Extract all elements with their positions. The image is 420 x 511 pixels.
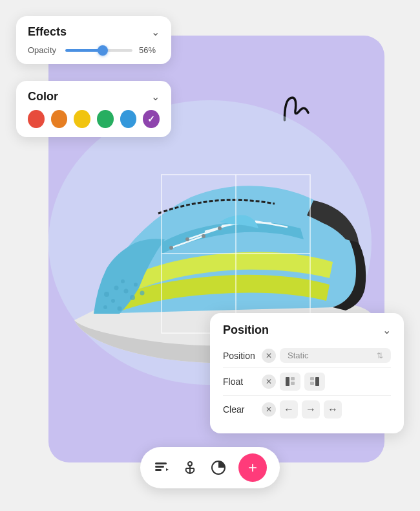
color-panel-header: Color ⌄ xyxy=(28,90,160,103)
effects-panel: Effects ⌄ Opacity 56% xyxy=(16,16,171,64)
opacity-row: Opacity 56% xyxy=(28,45,160,55)
opacity-value: 56% xyxy=(139,45,160,55)
clear-clear-btn[interactable]: ✕ xyxy=(262,402,276,417)
svg-rect-24 xyxy=(286,377,289,386)
add-toolbar-btn[interactable]: + xyxy=(238,453,267,482)
svg-rect-27 xyxy=(315,377,319,386)
svg-rect-32 xyxy=(155,469,162,471)
clear-left-btn[interactable]: ← xyxy=(280,400,298,419)
opacity-label: Opacity xyxy=(28,45,59,55)
svg-point-1 xyxy=(104,292,109,297)
color-dot-red[interactable] xyxy=(28,110,45,128)
color-dot-purple[interactable] xyxy=(143,110,160,128)
float-left-btn[interactable] xyxy=(280,373,300,391)
adjust-icon xyxy=(210,459,227,476)
position-static-value: Static xyxy=(288,351,309,360)
position-row-controls: ✕ Static ⇅ xyxy=(262,348,391,363)
position-clear-btn[interactable]: ✕ xyxy=(262,349,276,363)
layers-toolbar-btn[interactable] xyxy=(153,459,170,476)
svg-point-18 xyxy=(202,234,205,238)
position-panel: Position ⌄ Position ✕ Static ⇅ Float ✕ xyxy=(210,313,404,433)
svg-rect-31 xyxy=(155,466,164,468)
float-row-controls: ✕ xyxy=(262,373,391,391)
opacity-slider[interactable] xyxy=(65,49,132,52)
svg-point-2 xyxy=(114,286,119,290)
clear-both-btn[interactable]: ↔ xyxy=(324,400,342,419)
svg-rect-26 xyxy=(291,382,295,385)
anchor-toolbar-btn[interactable] xyxy=(182,459,198,476)
float-right-icon xyxy=(309,376,320,387)
layers-icon xyxy=(153,459,170,476)
position-static-input[interactable]: Static ⇅ xyxy=(280,348,391,363)
effects-panel-header: Effects ⌄ xyxy=(28,25,160,39)
anchor-icon xyxy=(182,459,198,476)
svg-point-17 xyxy=(169,246,173,250)
color-collapse-icon[interactable]: ⌄ xyxy=(151,91,160,103)
color-dot-green[interactable] xyxy=(97,110,114,128)
color-dot-blue[interactable] xyxy=(120,110,137,128)
effects-panel-title: Effects xyxy=(28,25,67,39)
clear-row-controls: ✕ ← → ↔ xyxy=(262,400,391,419)
adjust-toolbar-btn[interactable] xyxy=(210,459,227,476)
svg-point-19 xyxy=(218,226,222,230)
svg-point-33 xyxy=(188,462,192,466)
float-clear-btn[interactable]: ✕ xyxy=(262,375,276,389)
svg-point-4 xyxy=(124,289,129,294)
svg-point-8 xyxy=(140,291,145,296)
svg-point-10 xyxy=(118,307,122,311)
svg-rect-29 xyxy=(310,382,314,385)
add-icon: + xyxy=(248,460,257,475)
position-panel-header: Position ⌄ xyxy=(223,323,391,337)
clear-right-btn[interactable]: → xyxy=(302,400,320,419)
position-property-row: Position ✕ Static ⇅ xyxy=(223,343,391,368)
color-panel: Color ⌄ xyxy=(16,81,171,137)
scene: Effects ⌄ Opacity 56% Color ⌄ Position xyxy=(10,10,410,501)
svg-point-7 xyxy=(134,283,138,287)
color-panel-title: Color xyxy=(28,90,58,103)
position-panel-title: Position xyxy=(223,323,269,337)
clear-property-row: Clear ✕ ← → ↔ xyxy=(223,396,391,423)
float-left-icon xyxy=(284,376,296,387)
clear-row-label: Clear xyxy=(223,404,262,415)
position-row-label: Position xyxy=(223,351,262,361)
float-right-btn[interactable] xyxy=(304,373,325,391)
color-dots-container xyxy=(28,110,160,128)
color-dot-yellow[interactable] xyxy=(74,110,90,128)
color-dot-orange[interactable] xyxy=(51,110,68,128)
svg-point-3 xyxy=(111,299,115,303)
svg-rect-28 xyxy=(310,377,314,380)
svg-rect-30 xyxy=(155,462,167,464)
position-collapse-icon[interactable]: ⌄ xyxy=(383,324,391,336)
effects-collapse-icon[interactable]: ⌄ xyxy=(151,26,160,38)
float-property-row: Float ✕ xyxy=(223,368,391,396)
position-stepper-icon: ⇅ xyxy=(377,351,383,360)
svg-point-9 xyxy=(103,305,107,309)
slider-thumb[interactable] xyxy=(98,45,108,56)
svg-point-5 xyxy=(121,279,125,283)
svg-rect-25 xyxy=(291,377,295,380)
float-row-label: Float xyxy=(223,376,262,387)
bottom-toolbar: + xyxy=(140,447,280,488)
svg-point-20 xyxy=(185,237,189,241)
svg-point-6 xyxy=(130,295,135,300)
